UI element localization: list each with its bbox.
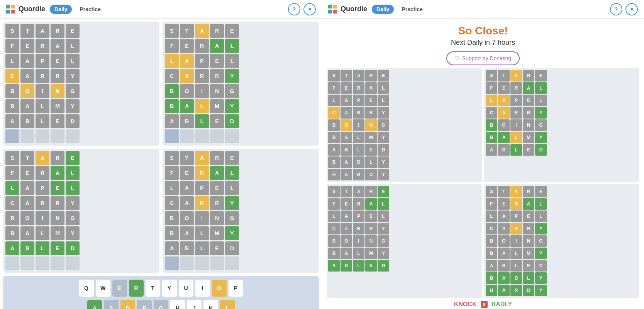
cell: C bbox=[165, 69, 179, 83]
key-q[interactable]: Q bbox=[79, 280, 94, 297]
cell: L bbox=[195, 241, 209, 255]
cell: B bbox=[5, 99, 19, 113]
cell: A bbox=[195, 151, 209, 165]
cell: D bbox=[225, 241, 239, 255]
key-t[interactable]: T bbox=[146, 280, 160, 297]
cell: S bbox=[165, 151, 179, 165]
cell: A bbox=[210, 166, 224, 180]
practice-tab-right[interactable]: Practice bbox=[397, 5, 427, 14]
cell: A bbox=[5, 241, 19, 255]
result-word-grid-2: STARE FERAL LAPEL CARRY BOING BALMY ABLE… bbox=[486, 70, 638, 156]
cell: G bbox=[225, 211, 239, 225]
key-j[interactable]: J bbox=[187, 300, 202, 309]
help-button-left[interactable]: ? bbox=[288, 3, 300, 15]
daily-tab-left[interactable]: Daily bbox=[50, 5, 72, 14]
cell: L bbox=[165, 181, 179, 195]
cell bbox=[210, 129, 224, 143]
key-k[interactable]: K bbox=[203, 300, 218, 309]
help-button-right[interactable]: ? bbox=[610, 3, 622, 15]
cell: L bbox=[225, 181, 239, 195]
logo-sq-red-r bbox=[333, 10, 337, 14]
cell: O bbox=[180, 84, 194, 98]
cell: Y bbox=[66, 226, 80, 240]
word-badly: BADLY bbox=[491, 301, 512, 308]
result-word-grid-3: STARE FERAL LAPEL CARRY BOING BALMY ABLE… bbox=[328, 186, 480, 272]
key-f[interactable]: F bbox=[137, 300, 152, 309]
cell: D bbox=[225, 114, 239, 128]
menu-button-right[interactable]: ▾ bbox=[625, 3, 638, 15]
cell: E bbox=[210, 241, 224, 255]
cell: C bbox=[165, 196, 179, 210]
cell: L bbox=[195, 99, 209, 113]
cell bbox=[210, 256, 224, 270]
cell: O bbox=[20, 84, 34, 98]
cell: R bbox=[195, 39, 209, 53]
key-g[interactable]: G bbox=[154, 300, 168, 309]
cell: L bbox=[36, 99, 49, 113]
game-area: S T A R E F E R A L L A P E L bbox=[0, 19, 322, 309]
logo-sq-yellow-r bbox=[333, 5, 337, 8]
cell: N bbox=[51, 211, 64, 225]
cell bbox=[51, 256, 64, 270]
cell: B bbox=[165, 99, 179, 113]
cell: A bbox=[20, 69, 34, 83]
key-l[interactable]: L bbox=[220, 300, 235, 309]
cell: T bbox=[20, 151, 34, 165]
logo-sq-blue-r bbox=[328, 10, 332, 14]
practice-tab-left[interactable]: Practice bbox=[75, 5, 105, 14]
key-s[interactable]: S bbox=[104, 300, 119, 309]
cell: A bbox=[180, 99, 194, 113]
cell bbox=[36, 256, 49, 270]
grid-2: S T A R E F E R A L L A P E L bbox=[163, 22, 319, 146]
key-a[interactable]: A bbox=[87, 300, 102, 309]
cell: B bbox=[165, 84, 179, 98]
cell: D bbox=[66, 114, 80, 128]
cell: B bbox=[20, 114, 34, 128]
word-knock: KNOCK bbox=[454, 301, 477, 308]
donate-button[interactable]: ♡ Support by Donating bbox=[446, 51, 520, 65]
key-e[interactable]: E bbox=[112, 280, 127, 297]
cell: Y bbox=[66, 196, 80, 210]
next-daily: Next Daily in 7 hours bbox=[446, 39, 520, 47]
cell: A bbox=[36, 24, 49, 38]
cell: E bbox=[225, 24, 239, 38]
cell: L bbox=[66, 181, 80, 195]
cell: I bbox=[36, 84, 49, 98]
key-h[interactable]: H bbox=[170, 300, 185, 309]
key-w[interactable]: W bbox=[96, 280, 110, 297]
cell: A bbox=[195, 24, 209, 38]
key-p[interactable]: P bbox=[229, 280, 243, 297]
cell: E bbox=[210, 181, 224, 195]
logo-sq-green-r bbox=[328, 5, 332, 8]
keyboard-row-2: A S D F G H J K L bbox=[6, 300, 316, 309]
result-title: So Close! bbox=[446, 25, 520, 37]
cell: Y bbox=[225, 196, 239, 210]
key-o[interactable]: O bbox=[212, 280, 227, 297]
cell: L bbox=[36, 241, 49, 255]
key-y[interactable]: Y bbox=[162, 280, 177, 297]
cell: B bbox=[20, 241, 34, 255]
cell: R bbox=[210, 69, 224, 83]
cell: T bbox=[180, 24, 194, 38]
daily-tab-right[interactable]: Daily bbox=[372, 5, 394, 14]
key-u[interactable]: U bbox=[179, 280, 193, 297]
menu-button-left[interactable]: ▾ bbox=[303, 3, 316, 15]
cell: R bbox=[36, 196, 49, 210]
cell: L bbox=[195, 114, 209, 128]
cell: E bbox=[51, 54, 64, 68]
cell bbox=[36, 129, 49, 143]
cell: E bbox=[66, 24, 80, 38]
key-i[interactable]: I bbox=[195, 280, 210, 297]
cell: P bbox=[195, 54, 209, 68]
cell: S bbox=[5, 24, 19, 38]
right-panel: Quordle Daily Practice ? ▾ So Close! Nex… bbox=[322, 0, 644, 309]
app-title-right: Quordle bbox=[341, 5, 367, 13]
key-r[interactable]: R bbox=[129, 280, 144, 297]
grid-4: S T A R E F E R A L L A P E L bbox=[163, 149, 319, 273]
key-d[interactable]: D bbox=[120, 300, 135, 309]
cell: L bbox=[195, 226, 209, 240]
cell: R bbox=[195, 69, 209, 83]
cell: G bbox=[66, 211, 80, 225]
cell: M bbox=[210, 226, 224, 240]
cell: E bbox=[51, 114, 64, 128]
